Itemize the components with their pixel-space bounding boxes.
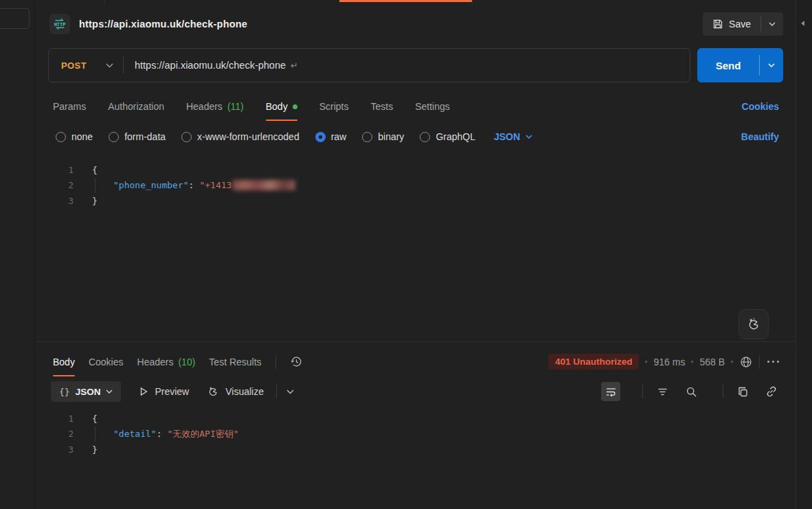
url-input-container: POST https://api.xiaomu.uk/check-phone ↵ xyxy=(48,48,690,82)
response-history-icon[interactable] xyxy=(290,355,303,368)
method-selector[interactable]: POST xyxy=(49,60,123,71)
more-options-icon[interactable] xyxy=(767,361,779,363)
response-size[interactable]: 568 B xyxy=(699,357,725,367)
active-tab-underline xyxy=(53,375,75,376)
svg-text:HTTP: HTTP xyxy=(54,22,66,27)
response-tools xyxy=(601,382,781,401)
radio-form-data[interactable]: form-data xyxy=(109,131,166,142)
save-button-label: Save xyxy=(729,19,751,30)
url-input[interactable]: https://api.xiaomu.uk/check-phone xyxy=(124,60,286,71)
tab-body[interactable]: Body xyxy=(266,92,297,121)
dot-separator xyxy=(731,361,733,363)
right-sidebar-rail xyxy=(796,0,812,509)
radio-circle xyxy=(109,132,119,142)
chevron-down-icon xyxy=(106,389,113,394)
response-toolbar: {} JSON Preview Visualize xyxy=(36,380,795,403)
copy-button[interactable] xyxy=(733,382,752,401)
response-tabs-row: Body Cookies Headers (10) Test Results 4… xyxy=(36,347,795,376)
response-format-selector[interactable]: {} JSON xyxy=(51,381,121,402)
save-button[interactable]: Save xyxy=(703,12,760,36)
postbot-button[interactable] xyxy=(738,309,769,339)
indent-guide xyxy=(95,427,113,442)
radio-circle-selected xyxy=(315,132,326,142)
radio-urlencoded[interactable]: x-www-form-urlencoded xyxy=(181,131,300,142)
save-icon xyxy=(712,19,723,30)
response-tab-test-results[interactable]: Test Results xyxy=(209,348,261,376)
postbot-sparkle-icon xyxy=(746,317,761,332)
divider xyxy=(276,385,277,398)
redacted-phone-number xyxy=(232,180,295,190)
divider xyxy=(642,385,643,398)
tab-authorization[interactable]: Authorization xyxy=(108,92,164,121)
cookies-link[interactable]: Cookies xyxy=(742,101,779,112)
save-options-caret[interactable] xyxy=(761,12,783,36)
chevron-down-icon xyxy=(106,63,113,68)
radio-raw[interactable]: raw xyxy=(315,131,347,142)
main-pane: HTTP https://api.xiaomu.uk/check-phone S… xyxy=(36,0,795,509)
line-number: 1 xyxy=(36,165,77,175)
tab-tests[interactable]: Tests xyxy=(370,92,393,121)
response-status-group: 401 Unauthorized 916 ms 568 B xyxy=(548,354,779,370)
line-number: 3 xyxy=(36,444,77,455)
send-button[interactable]: Send xyxy=(697,48,759,82)
code-line: 2 "phone_number":"+1413 xyxy=(36,178,795,194)
send-button-group: Send xyxy=(697,48,783,82)
status-badge[interactable]: 401 Unauthorized xyxy=(548,354,640,370)
search-button[interactable] xyxy=(681,382,701,401)
wrap-text-button[interactable] xyxy=(601,382,620,401)
filter-button[interactable] xyxy=(653,382,672,401)
beautify-link[interactable]: Beautify xyxy=(741,131,779,142)
code-line: 2 "detail":"无效的API密钥" xyxy=(36,427,795,442)
tab-headers[interactable]: Headers (11) xyxy=(186,92,244,121)
response-tab-body[interactable]: Body xyxy=(53,348,75,376)
tab-separator xyxy=(104,0,105,5)
http-request-icon: HTTP xyxy=(49,14,70,34)
method-label: POST xyxy=(61,60,87,71)
body-modified-dot xyxy=(293,104,297,109)
response-headers-count: (10) xyxy=(178,357,195,367)
code-line: 3 } xyxy=(36,442,795,457)
chevron-down-icon xyxy=(526,135,532,139)
radio-circle xyxy=(362,132,372,142)
request-tabs: Params Authorization Headers (11) Body S… xyxy=(36,92,795,121)
filter-icon xyxy=(657,386,668,398)
app-window: HTTP https://api.xiaomu.uk/check-phone S… xyxy=(0,0,812,509)
braces-icon: {} xyxy=(59,387,70,397)
visualize-sparkle-icon xyxy=(207,385,219,398)
send-options-caret[interactable] xyxy=(760,48,783,82)
link-icon xyxy=(765,385,778,398)
body-type-row: none form-data x-www-form-urlencoded raw… xyxy=(36,125,795,148)
radio-binary[interactable]: binary xyxy=(362,131,404,142)
format-selector[interactable]: JSON xyxy=(494,131,532,142)
divider xyxy=(759,355,760,369)
radio-circle xyxy=(56,132,66,142)
divider xyxy=(275,355,276,369)
more-views-caret[interactable] xyxy=(286,389,294,394)
copy-icon xyxy=(737,386,749,398)
url-builder-row: POST https://api.xiaomu.uk/check-phone ↵… xyxy=(48,48,783,82)
link-button[interactable] xyxy=(762,382,781,401)
tab-params[interactable]: Params xyxy=(53,92,86,121)
request-title: https://api.xiaomu.uk/check-phone xyxy=(79,19,247,30)
response-tab-cookies[interactable]: Cookies xyxy=(89,348,124,376)
preview-button[interactable]: Preview xyxy=(139,386,189,397)
return-key-glyph: ↵ xyxy=(291,60,298,71)
response-tab-headers[interactable]: Headers (10) xyxy=(137,348,196,376)
response-time[interactable]: 916 ms xyxy=(653,357,685,367)
collapse-left-icon[interactable] xyxy=(801,21,804,26)
response-body-editor[interactable]: 1 { 2 "detail":"无效的API密钥" 3 } xyxy=(36,408,795,509)
code-line: 1 { xyxy=(36,411,795,427)
divider xyxy=(723,385,723,398)
sidebar-partial-box[interactable] xyxy=(0,8,30,29)
save-button-group: Save xyxy=(703,12,783,36)
dot-separator xyxy=(691,361,693,363)
request-body-editor[interactable]: 1 { 2 "phone_number":"+1413 3 } xyxy=(36,159,795,342)
tab-scripts[interactable]: Scripts xyxy=(319,92,349,121)
visualize-button[interactable]: Visualize xyxy=(207,385,264,398)
wrap-text-icon xyxy=(605,386,617,398)
tab-settings[interactable]: Settings xyxy=(415,92,450,121)
tab-separator xyxy=(472,0,473,5)
radio-none[interactable]: none xyxy=(56,131,93,142)
network-globe-icon[interactable] xyxy=(739,355,753,369)
radio-graphql[interactable]: GraphQL xyxy=(420,131,475,142)
